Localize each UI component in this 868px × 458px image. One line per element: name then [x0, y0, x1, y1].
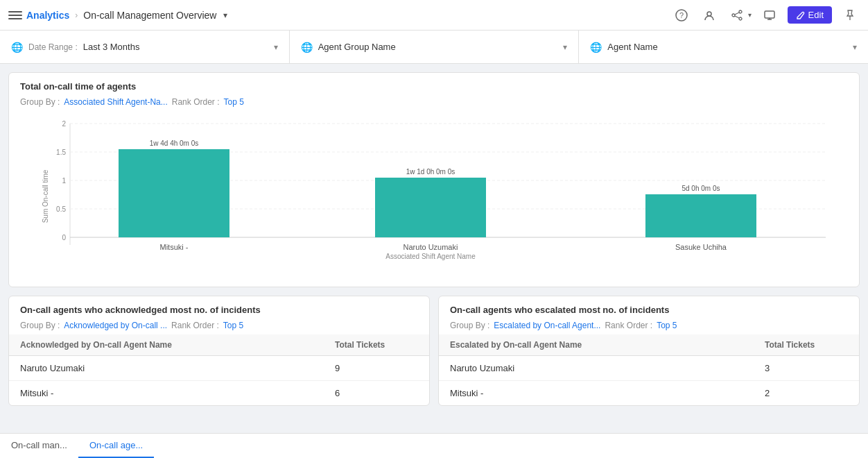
- chart-card-title: Total on-call time of agents: [20, 81, 848, 92]
- agent-name-value: Agent Name: [607, 42, 847, 52]
- edit-button[interactable]: Edit: [788, 6, 832, 24]
- svg-text:Sasuke Uchiha: Sasuke Uchiha: [675, 243, 727, 251]
- bottom-tabs: On-call man... On-call age...: [0, 433, 868, 458]
- top-nav: Analytics › On-call Management Overview …: [0, 0, 868, 31]
- tab-oncall-manage[interactable]: On-call man...: [0, 434, 78, 458]
- bar-mitsuki: [119, 149, 229, 237]
- esc-rank-order-dropdown[interactable]: Top 5: [657, 321, 677, 330]
- date-range-filter[interactable]: 🌐 Date Range : Last 3 Months ▾: [0, 31, 290, 63]
- ack-card-title: On-call agents who acknowledged most no.…: [20, 305, 418, 315]
- date-range-chevron: ▾: [274, 42, 278, 52]
- acknowledged-card: On-call agents who acknowledged most no.…: [8, 296, 430, 406]
- svg-point-5: [739, 17, 742, 20]
- chart-card-header: Total on-call time of agents Group By : …: [9, 73, 859, 111]
- esc-col-tickets-header: Total Tickets: [765, 340, 848, 350]
- svg-point-4: [732, 14, 735, 17]
- bar-sasuke: [645, 194, 756, 237]
- ack-rank-order-dropdown[interactable]: Top 5: [223, 321, 243, 330]
- rank-order-dropdown[interactable]: Top 5: [223, 97, 243, 107]
- total-oncall-time-card: Total on-call time of agents Group By : …: [8, 72, 860, 287]
- esc-row1-name: Mitsuki -: [450, 388, 765, 398]
- svg-text:Sum On-call time: Sum On-call time: [42, 169, 49, 223]
- svg-text:1w 4d 4h 0m 0s: 1w 4d 4h 0m 0s: [150, 139, 199, 147]
- esc-table-row-1: Mitsuki - 2: [439, 381, 859, 405]
- esc-group-by-label: Group By :: [450, 321, 489, 330]
- svg-rect-8: [765, 11, 774, 18]
- escalated-card: On-call agents who escalated most no. of…: [438, 296, 860, 406]
- svg-line-6: [734, 12, 738, 15]
- rank-order-label: Rank Order :: [172, 97, 220, 107]
- date-range-value: Last 3 Months: [83, 42, 268, 52]
- svg-point-3: [739, 10, 742, 13]
- svg-point-2: [707, 12, 711, 16]
- ack-card-header: On-call agents who acknowledged most no.…: [9, 296, 429, 334]
- users-icon-btn[interactable]: [700, 6, 719, 25]
- ack-row0-tickets: 9: [335, 363, 418, 373]
- esc-group-by-dropdown[interactable]: Escalated by On-call Agent...: [494, 321, 600, 330]
- agent-group-filter[interactable]: 🌐 Agent Group Name ▾: [290, 31, 580, 63]
- svg-line-7: [734, 16, 738, 18]
- group-by-dropdown[interactable]: Associated Shift Agent-Na...: [64, 97, 167, 107]
- esc-card-header: On-call agents who escalated most no. of…: [439, 296, 859, 334]
- share-dropdown-arrow[interactable]: ▾: [748, 11, 752, 19]
- share-icon-btn[interactable]: [727, 6, 747, 25]
- ack-row1-tickets: 6: [335, 388, 418, 398]
- svg-text:0: 0: [62, 234, 66, 241]
- nav-right: ? ▾ Edit: [672, 6, 860, 25]
- group-by-label: Group By :: [20, 97, 60, 107]
- agent-group-value: Agent Group Name: [318, 42, 558, 52]
- monitor-icon-btn[interactable]: [760, 6, 779, 25]
- cards-row: On-call agents who acknowledged most no.…: [8, 296, 860, 414]
- ack-card-controls: Group By : Acknowledged by On-call ... R…: [20, 321, 418, 330]
- ack-col-tickets-header: Total Tickets: [335, 340, 418, 350]
- nav-analytics-link[interactable]: Analytics: [26, 10, 69, 21]
- svg-text:1w 1d 0h 0m 0s: 1w 1d 0h 0m 0s: [406, 168, 455, 176]
- agent-name-filter[interactable]: 🌐 Agent Name ▾: [579, 31, 868, 63]
- share-btn-group[interactable]: ▾: [727, 6, 752, 25]
- ack-rank-order-label: Rank Order :: [171, 321, 219, 330]
- agent-name-icon: 🌐: [590, 42, 602, 53]
- svg-text:?: ?: [679, 11, 684, 19]
- svg-text:2: 2: [62, 120, 66, 128]
- date-range-icon: 🌐: [11, 42, 23, 53]
- ack-table-header: Acknowledged by On-call Agent Name Total…: [9, 334, 429, 356]
- bar-chart-svg: Sum On-call time 2 1.5 1 0.5 0: [20, 117, 848, 276]
- nav-chevron-icon: ›: [75, 10, 78, 20]
- main-content: Total on-call time of agents Group By : …: [0, 64, 868, 433]
- esc-table-row-0: Naruto Uzumaki 3: [439, 356, 859, 381]
- nav-page-dropdown-icon[interactable]: ▾: [223, 10, 227, 20]
- svg-text:1.5: 1.5: [56, 149, 66, 156]
- svg-text:Mitsuki -: Mitsuki -: [160, 243, 189, 251]
- esc-row1-tickets: 2: [765, 388, 848, 398]
- svg-text:Naruto Uzumaki: Naruto Uzumaki: [403, 243, 458, 251]
- bar-naruto: [375, 178, 486, 237]
- help-icon-btn[interactable]: ?: [672, 6, 691, 25]
- ack-group-by-label: Group By :: [20, 321, 60, 330]
- esc-row0-name: Naruto Uzumaki: [450, 363, 765, 373]
- svg-text:1: 1: [62, 177, 66, 185]
- ack-group-by-dropdown[interactable]: Acknowledged by On-call ...: [64, 321, 167, 330]
- chart-area: Sum On-call time 2 1.5 1 0.5 0: [9, 111, 859, 287]
- esc-rank-order-label: Rank Order :: [605, 321, 652, 330]
- filter-pin-icon-btn[interactable]: [840, 6, 860, 25]
- svg-text:5d 0h 0m 0s: 5d 0h 0m 0s: [682, 185, 720, 192]
- ack-row1-name: Mitsuki -: [20, 388, 335, 398]
- ack-col-name-header: Acknowledged by On-call Agent Name: [20, 340, 335, 350]
- nav-page-title: On-call Management Overview: [83, 10, 216, 21]
- ack-table-row-0: Naruto Uzumaki 9: [9, 356, 429, 381]
- esc-card-title: On-call agents who escalated most no. of…: [450, 305, 848, 315]
- esc-col-name-header: Escalated by On-call Agent Name: [450, 340, 765, 350]
- tab-oncall-agents[interactable]: On-call age...: [78, 434, 154, 458]
- filters-row: 🌐 Date Range : Last 3 Months ▾ 🌐 Agent G…: [0, 31, 868, 64]
- ack-row0-name: Naruto Uzumaki: [20, 363, 335, 373]
- agent-group-icon: 🌐: [301, 42, 313, 53]
- ack-table-row-1: Mitsuki - 6: [9, 381, 429, 405]
- hamburger-icon[interactable]: [8, 8, 22, 22]
- date-range-label: Date Range :: [28, 42, 78, 52]
- svg-text:Associated Shift Agent Name: Associated Shift Agent Name: [385, 253, 476, 260]
- agent-name-chevron: ▾: [853, 42, 857, 52]
- agent-group-chevron: ▾: [563, 42, 567, 52]
- chart-card-controls: Group By : Associated Shift Agent-Na... …: [20, 97, 848, 107]
- esc-table-header: Escalated by On-call Agent Name Total Ti…: [439, 334, 859, 356]
- esc-card-controls: Group By : Escalated by On-call Agent...…: [450, 321, 848, 330]
